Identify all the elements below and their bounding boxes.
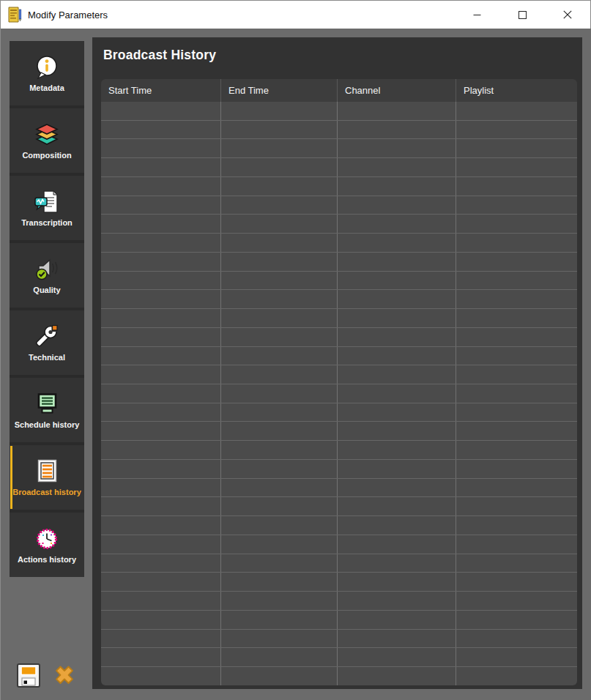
maximize-button[interactable]: [499, 1, 545, 29]
table-cell: [337, 630, 456, 648]
table-row: [101, 102, 577, 121]
table-cell: [456, 497, 577, 515]
table-cell: [220, 648, 337, 666]
table-row: [101, 139, 577, 158]
table-cell: [220, 630, 337, 648]
table-cell: [456, 441, 577, 459]
table-cell: [220, 158, 337, 176]
sidebar-item-schedule-history[interactable]: Schedule history: [10, 378, 84, 442]
column-header-playlist[interactable]: Playlist: [456, 79, 577, 102]
table-cell: [456, 215, 577, 233]
table-cell: [220, 667, 337, 685]
table-cell: [337, 177, 456, 196]
sidebar-item-composition[interactable]: Composition: [10, 108, 84, 173]
window-title: Modify Parameters: [28, 10, 108, 21]
table-cell: [456, 234, 577, 252]
table-cell: [101, 365, 220, 384]
titlebar[interactable]: Modify Parameters: [1, 1, 590, 29]
cancel-button[interactable]: [51, 661, 78, 689]
window-controls: [454, 1, 590, 29]
info-bubble-icon: [33, 54, 61, 81]
cancel-x-icon: [51, 661, 78, 689]
table-cell: [337, 272, 456, 290]
sidebar-item-transcription[interactable]: Transcription: [10, 176, 84, 240]
sidebar-item-technical[interactable]: Technical: [10, 310, 84, 375]
table-cell: [456, 460, 577, 478]
table-cell: [220, 535, 337, 554]
sidebar-item-label: Quality: [31, 286, 62, 295]
table-cell: [220, 139, 337, 157]
sidebar-item-actions-history[interactable]: Actions history: [10, 513, 84, 577]
sidebar-item-label: Metadata: [28, 83, 66, 93]
save-button[interactable]: [15, 661, 42, 689]
table-body: [101, 102, 577, 685]
table-cell: [220, 272, 337, 290]
close-button[interactable]: [545, 1, 590, 29]
modify-parameters-window: Modify Parameters: [0, 0, 591, 700]
sidebar-item-broadcast-history[interactable]: Broadcast history: [10, 445, 84, 510]
table-cell: [101, 139, 220, 157]
table-cell: [101, 290, 220, 308]
table-row: [101, 347, 577, 366]
table-cell: [220, 384, 337, 403]
table-cell: [101, 234, 220, 252]
table-cell: [101, 102, 220, 120]
table-cell: [101, 121, 220, 139]
table-cell: [101, 158, 220, 176]
column-header-channel[interactable]: Channel: [337, 79, 456, 102]
table-cell: [101, 384, 220, 403]
table-cell: [101, 497, 220, 515]
table-cell: [101, 309, 220, 327]
sidebar-item-label: Broadcast history: [11, 488, 83, 497]
table-cell: [456, 253, 577, 271]
table-header-row: Start Time End Time Channel Playlist: [101, 79, 577, 102]
table-cell: [456, 592, 577, 610]
table-cell: [220, 441, 337, 459]
table-cell: [101, 516, 220, 535]
table-cell: [337, 253, 456, 271]
table-cell: [456, 554, 577, 573]
sidebar-item-label: Technical: [27, 353, 67, 362]
save-floppy-icon: [15, 661, 42, 689]
table-cell: [337, 516, 456, 535]
table-cell: [101, 667, 220, 685]
table-cell: [337, 215, 456, 233]
table-cell: [101, 630, 220, 648]
table-cell: [101, 441, 220, 459]
table-cell: [101, 403, 220, 422]
table-cell: [337, 121, 456, 139]
column-header-end-time[interactable]: End Time: [220, 79, 337, 102]
table-cell: [220, 234, 337, 252]
table-row: [101, 272, 577, 291]
table-cell: [456, 158, 577, 176]
table-cell: [220, 516, 337, 535]
table-cell: [220, 403, 337, 422]
table-cell: [337, 497, 456, 515]
minimize-button[interactable]: [454, 1, 499, 29]
table-cell: [456, 648, 577, 666]
column-header-start-time[interactable]: Start Time: [101, 79, 220, 102]
table-cell: [101, 215, 220, 233]
table-cell: [220, 497, 337, 515]
table-cell: [220, 290, 337, 308]
table-cell: [101, 347, 220, 365]
table-cell: [337, 422, 456, 440]
table-cell: [337, 535, 456, 554]
table-row: [101, 158, 577, 177]
table-cell: [337, 403, 456, 422]
sidebar-item-metadata[interactable]: Metadata: [10, 41, 84, 105]
table-cell: [101, 573, 220, 591]
table-cell: [456, 630, 577, 648]
wrench-icon: [33, 324, 61, 350]
table-cell: [337, 441, 456, 459]
table-row: [101, 497, 577, 516]
document-speech-icon: [33, 189, 61, 215]
table-cell: [337, 460, 456, 478]
table-cell: [337, 234, 456, 252]
sidebar-item-quality[interactable]: Quality: [10, 243, 84, 308]
table-cell: [456, 328, 577, 346]
table-cell: [220, 215, 337, 233]
screen-list-green-icon: [33, 391, 61, 417]
speaker-check-icon: [33, 256, 61, 283]
sidebar: Metadata Composition: [10, 41, 84, 577]
